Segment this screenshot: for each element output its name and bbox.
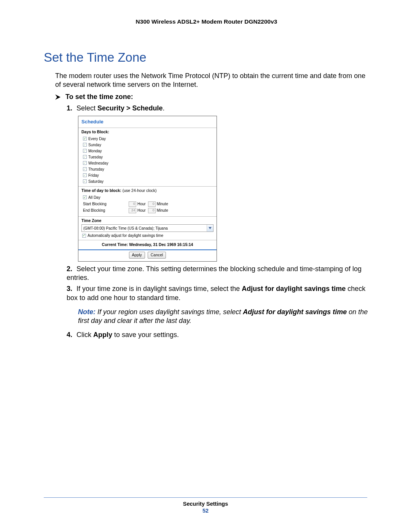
- day-label: Saturday: [88, 179, 104, 184]
- step-4: 4.Click Apply to save your settings.: [67, 331, 369, 339]
- checkbox-icon[interactable]: [83, 161, 87, 165]
- button-bar: Apply Cancel: [78, 249, 217, 261]
- time-zone-section: Time Zone (GMT-08:00) Pacific Time (US &…: [78, 217, 217, 240]
- schedule-screenshot: Schedule Days to Block: Every Day Sunday…: [78, 116, 369, 261]
- end-minute-input[interactable]: 0: [148, 208, 156, 213]
- day-row-sunday[interactable]: Sunday: [83, 142, 213, 148]
- footer-divider: [44, 497, 367, 498]
- days-to-block-section: Days to Block: Every Day Sunday Monday T…: [78, 128, 217, 187]
- note-pre: If your region uses daylight savings tim…: [96, 308, 243, 316]
- all-day-label: All Day: [88, 195, 100, 200]
- day-label: Tuesday: [88, 155, 103, 160]
- step-2-num: 2.: [67, 265, 76, 273]
- day-label: Thursday: [88, 167, 104, 172]
- checkbox-icon[interactable]: [83, 149, 87, 153]
- day-label: Monday: [88, 149, 102, 153]
- page-footer: Security Settings 52: [0, 497, 411, 514]
- hour-unit: Hour: [137, 201, 146, 206]
- dst-row[interactable]: Automatically adjust for daylight saving…: [82, 233, 213, 238]
- checkbox-icon[interactable]: [83, 143, 87, 147]
- minute-unit: Minute: [157, 208, 168, 213]
- checkbox-icon[interactable]: [83, 155, 87, 159]
- step-3-num: 3.: [67, 284, 76, 293]
- start-blocking-row: Start Blocking 0Hour 0Minute: [83, 201, 213, 207]
- step-1: 1.Select Security > Schedule. Schedule D…: [67, 104, 369, 261]
- end-hour-input[interactable]: 24: [129, 208, 136, 213]
- section-title: Set the Time Zone: [44, 50, 369, 65]
- time-zone-value: (GMT-08:00) Pacific Time (US & Canada); …: [82, 226, 207, 231]
- step-1-post: .: [163, 104, 165, 112]
- checkbox-icon[interactable]: [83, 167, 87, 171]
- start-blocking-label: Start Blocking: [83, 201, 129, 206]
- current-time-label: Current Time: Wednesday, 31 Dec 1969 16:…: [78, 240, 217, 249]
- document-header: N300 Wireless ADSL2+ Modem Router DGN220…: [44, 15, 369, 46]
- dst-label: Automatically adjust for daylight saving…: [88, 233, 163, 238]
- apply-button[interactable]: Apply: [129, 252, 145, 259]
- day-row-monday[interactable]: Monday: [83, 148, 213, 154]
- all-day-row[interactable]: All Day: [83, 195, 213, 200]
- day-label: Every Day: [88, 136, 106, 141]
- step-1-bold: Security > Schedule: [97, 104, 163, 112]
- day-label: Sunday: [88, 142, 101, 147]
- step-3-pre: If your time zone is in daylight savings…: [76, 285, 242, 292]
- end-blocking-row: End Blocking 24Hour 0Minute: [83, 208, 213, 213]
- note-bold: Adjust for daylight savings time: [243, 308, 347, 316]
- chevron-down-icon[interactable]: [207, 225, 213, 232]
- svg-marker-0: [55, 94, 61, 100]
- time-zone-select[interactable]: (GMT-08:00) Pacific Time (US & Canada); …: [81, 224, 213, 232]
- hour-unit: Hour: [137, 208, 146, 213]
- task-arrow-icon: [55, 93, 64, 101]
- minute-unit: Minute: [157, 201, 168, 206]
- svg-marker-1: [209, 227, 212, 229]
- router-ui: Schedule Days to Block: Every Day Sunday…: [78, 116, 217, 261]
- day-row-tuesday[interactable]: Tuesday: [83, 154, 213, 160]
- time-of-day-label: Time of day to block: (use 24-hour clock…: [81, 188, 213, 194]
- step-3: 3.If your time zone is in daylight savin…: [67, 284, 369, 302]
- day-row-saturday[interactable]: Saturday: [83, 179, 213, 184]
- step-4-num: 4.: [67, 331, 76, 339]
- checkbox-icon[interactable]: [83, 173, 87, 177]
- task-heading: To set the time zone:: [55, 93, 369, 101]
- intro-paragraph: The modem router uses the Network Time P…: [55, 72, 369, 89]
- day-row-friday[interactable]: Friday: [83, 173, 213, 178]
- end-blocking-label: End Blocking: [83, 208, 129, 213]
- day-label: Wednesday: [88, 161, 108, 166]
- checkbox-icon[interactable]: [83, 137, 87, 141]
- step-4-pre: Click: [76, 331, 93, 339]
- note-block: Note: If your region uses daylight savin…: [78, 308, 369, 325]
- day-row-thursday[interactable]: Thursday: [83, 166, 213, 172]
- days-to-block-label: Days to Block:: [81, 129, 213, 136]
- time-of-day-section: Time of day to block: (use 24-hour clock…: [78, 187, 217, 217]
- step-1-num: 1.: [67, 104, 76, 113]
- checkbox-icon[interactable]: [82, 234, 86, 238]
- start-hour-input[interactable]: 0: [129, 201, 136, 207]
- cancel-button[interactable]: Cancel: [148, 252, 166, 259]
- steps-list-continued: 4.Click Apply to save your settings.: [67, 331, 369, 339]
- footer-section: Security Settings: [0, 501, 411, 507]
- step-1-pre: Select: [76, 104, 97, 112]
- step-2-text: Select your time zone. This setting dete…: [67, 265, 362, 281]
- day-row-wednesday[interactable]: Wednesday: [83, 160, 213, 166]
- checkbox-icon[interactable]: [83, 179, 87, 183]
- time-zone-label: Time Zone: [81, 218, 213, 224]
- checkbox-icon[interactable]: [83, 195, 87, 199]
- day-row-every-day[interactable]: Every Day: [83, 136, 213, 142]
- day-label: Friday: [88, 173, 99, 178]
- step-4-bold: Apply: [93, 331, 112, 339]
- router-panel-title: Schedule: [78, 116, 217, 128]
- note-label: Note:: [78, 308, 96, 316]
- steps-list: 1.Select Security > Schedule. Schedule D…: [67, 104, 369, 302]
- task-title-text: To set the time zone:: [65, 93, 133, 101]
- manual-page: N300 Wireless ADSL2+ Modem Router DGN220…: [0, 0, 411, 532]
- step-3-bold: Adjust for daylight savings time: [242, 285, 346, 292]
- start-minute-input[interactable]: 0: [148, 201, 156, 207]
- page-number: 52: [0, 508, 411, 514]
- step-4-post: to save your settings.: [112, 331, 179, 339]
- step-2: 2.Select your time zone. This setting de…: [67, 265, 369, 283]
